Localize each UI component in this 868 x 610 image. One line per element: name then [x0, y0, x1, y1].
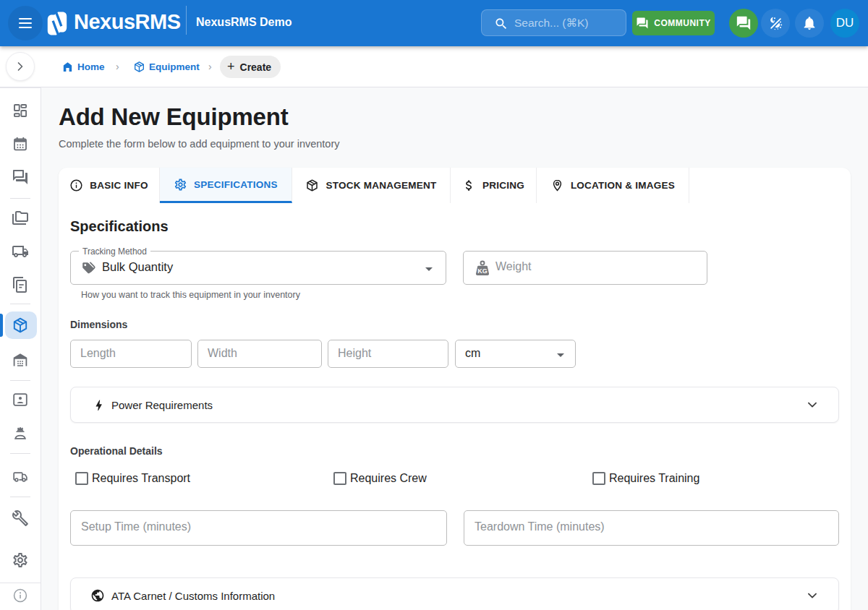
svg-text:KG: KG — [477, 267, 488, 275]
